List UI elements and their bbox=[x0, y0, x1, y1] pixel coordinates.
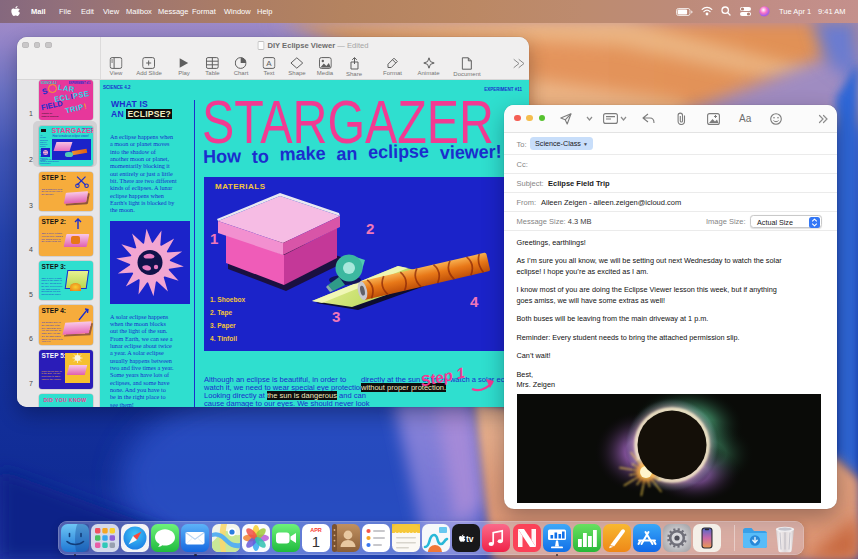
svg-text:tv: tv bbox=[466, 534, 474, 544]
svg-text:1: 1 bbox=[210, 230, 218, 247]
svg-text:3: 3 bbox=[332, 308, 340, 325]
svg-text:2: 2 bbox=[366, 220, 374, 237]
svg-text:1: 1 bbox=[312, 533, 320, 550]
svg-text:A: A bbox=[266, 59, 272, 68]
svg-text:4: 4 bbox=[470, 293, 479, 310]
svg-text:APR: APR bbox=[310, 526, 322, 532]
